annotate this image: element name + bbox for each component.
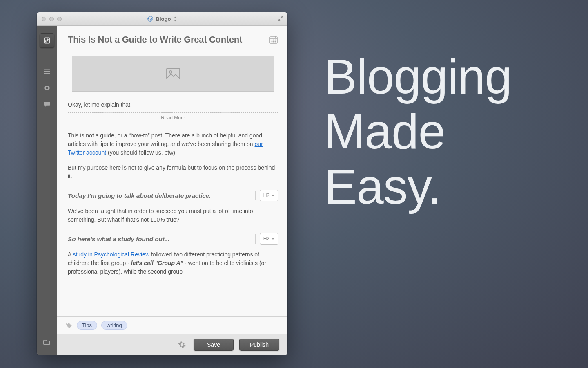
schedule-button[interactable]: [269, 35, 278, 45]
titlebar: Blogo: [37, 12, 287, 26]
intro-line: Okay, let me explain that.: [68, 101, 278, 109]
sidebar: [37, 26, 57, 355]
preview-button[interactable]: [40, 81, 54, 95]
svg-rect-10: [167, 68, 180, 79]
zoom-dot[interactable]: [57, 17, 62, 21]
tag-pill[interactable]: Tips: [77, 321, 97, 330]
paragraph: This is not a guide, or a “how-to” post.…: [68, 131, 278, 157]
editor-area: This Is Not a Guide to Write Great Conte…: [57, 26, 287, 355]
window-title: Blogo: [156, 16, 171, 22]
read-more-divider[interactable]: Read More: [68, 112, 278, 124]
tag-icon: [65, 322, 73, 329]
post-title[interactable]: This Is Not a Guide to Write Great Conte…: [68, 35, 265, 45]
minimize-dot[interactable]: [49, 17, 54, 21]
window-traffic-lights[interactable]: [42, 17, 62, 21]
paragraph: We’ve been taught that in order to succe…: [68, 207, 278, 224]
svg-point-7: [272, 41, 272, 42]
posts-list-button[interactable]: [40, 64, 54, 79]
svg-point-2: [46, 88, 47, 89]
svg-point-8: [273, 41, 274, 42]
study-link[interactable]: study in Psychological Review: [73, 251, 149, 258]
featured-image-placeholder[interactable]: [72, 56, 274, 92]
blog-switcher[interactable]: Blogo: [147, 16, 177, 22]
tagline-line: Blogging: [324, 49, 512, 104]
tags-row[interactable]: Tips writing: [57, 316, 287, 334]
drafts-folder-button[interactable]: [40, 334, 54, 349]
heading: So here's what a study found out...: [68, 234, 251, 244]
publish-button[interactable]: Publish: [239, 339, 279, 351]
editor-footer: Save Publish: [57, 334, 287, 355]
tag-pill[interactable]: writing: [101, 321, 127, 330]
paragraph: A study in Psychological Review followed…: [68, 250, 278, 276]
marketing-tagline: Blogging Made Easy.: [324, 49, 512, 214]
expand-icon[interactable]: [278, 16, 283, 21]
heading: Today I’m going to talk about deliberate…: [68, 191, 251, 200]
close-dot[interactable]: [42, 17, 46, 21]
heading-level-select[interactable]: H2: [260, 190, 278, 201]
settings-button[interactable]: [178, 341, 186, 349]
app-window: Blogo: [37, 12, 287, 355]
svg-point-11: [169, 71, 172, 73]
tagline-line: Made: [324, 104, 512, 159]
svg-point-5: [273, 40, 274, 40]
read-more-label: Read More: [161, 114, 185, 121]
save-button[interactable]: Save: [194, 339, 234, 351]
post-body[interactable]: Okay, let me explain that. Read More Thi…: [57, 49, 287, 316]
updown-icon: [173, 16, 177, 21]
wordpress-icon: [147, 16, 154, 22]
svg-point-9: [275, 41, 276, 42]
svg-rect-1: [44, 38, 50, 43]
svg-point-4: [272, 40, 272, 40]
paragraph: But my purpose here is not to give any f…: [68, 164, 278, 181]
compose-button[interactable]: [40, 33, 54, 48]
comments-button[interactable]: [40, 97, 54, 112]
heading-level-select[interactable]: H2: [260, 233, 278, 245]
svg-point-6: [275, 40, 276, 40]
tagline-line: Easy.: [324, 159, 512, 214]
